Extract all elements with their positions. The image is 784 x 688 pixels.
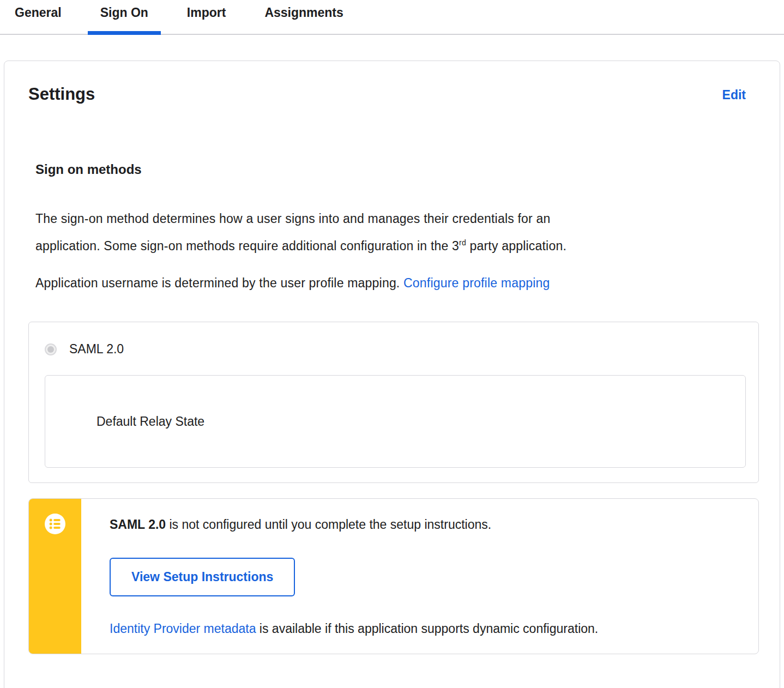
saml-radio-label: SAML 2.0 <box>69 342 124 357</box>
callout-message: SAML 2.0 is not configured until you com… <box>110 516 737 533</box>
tab-sign-on[interactable]: Sign On <box>88 0 161 34</box>
tab-assignments[interactable]: Assignments <box>252 0 355 34</box>
superscript-rd: rd <box>459 238 466 247</box>
default-relay-state-label: Default Relay State <box>97 414 204 429</box>
metadata-line: Identity Provider metadata is available … <box>110 620 737 637</box>
saml-setup-callout: SAML 2.0 is not configured until you com… <box>28 498 759 654</box>
identity-provider-metadata-link[interactable]: Identity Provider metadata <box>110 621 256 636</box>
list-icon <box>45 514 65 534</box>
callout-yellow-strip <box>29 499 81 654</box>
profile-mapping-paragraph: Application username is determined by th… <box>35 269 759 297</box>
saml-radio-button[interactable] <box>45 343 57 355</box>
default-relay-state-field: Default Relay State <box>45 375 746 468</box>
saml-option-box: SAML 2.0 Default Relay State <box>28 322 759 483</box>
settings-title: Settings <box>28 84 95 105</box>
tab-import[interactable]: Import <box>174 0 239 34</box>
sign-on-methods-heading: Sign on methods <box>35 161 759 178</box>
metadata-rest-text: is available if this application support… <box>256 621 598 636</box>
saml-radio-row: SAML 2.0 <box>45 342 746 357</box>
description-line-2: application. Some sign-on methods requir… <box>35 232 759 259</box>
tab-bar: General Sign On Import Assignments <box>0 0 784 35</box>
callout-message-rest: is not configured until you complete the… <box>166 517 491 532</box>
profile-mapping-text: Application username is determined by th… <box>35 276 403 290</box>
configure-profile-mapping-link[interactable]: Configure profile mapping <box>403 276 550 290</box>
radio-dot <box>47 346 54 353</box>
callout-message-bold: SAML 2.0 <box>110 517 166 532</box>
settings-card: Settings Edit Sign on methods The sign-o… <box>4 61 780 688</box>
sign-on-methods-description: The sign-on method determines how a user… <box>35 205 759 259</box>
view-setup-instructions-button[interactable]: View Setup Instructions <box>110 558 295 596</box>
description-line-1: The sign-on method determines how a user… <box>35 205 759 232</box>
settings-card-header: Settings Edit <box>4 61 780 105</box>
edit-link[interactable]: Edit <box>722 88 746 102</box>
tab-general[interactable]: General <box>2 0 74 34</box>
callout-body: SAML 2.0 is not configured until you com… <box>81 499 758 654</box>
